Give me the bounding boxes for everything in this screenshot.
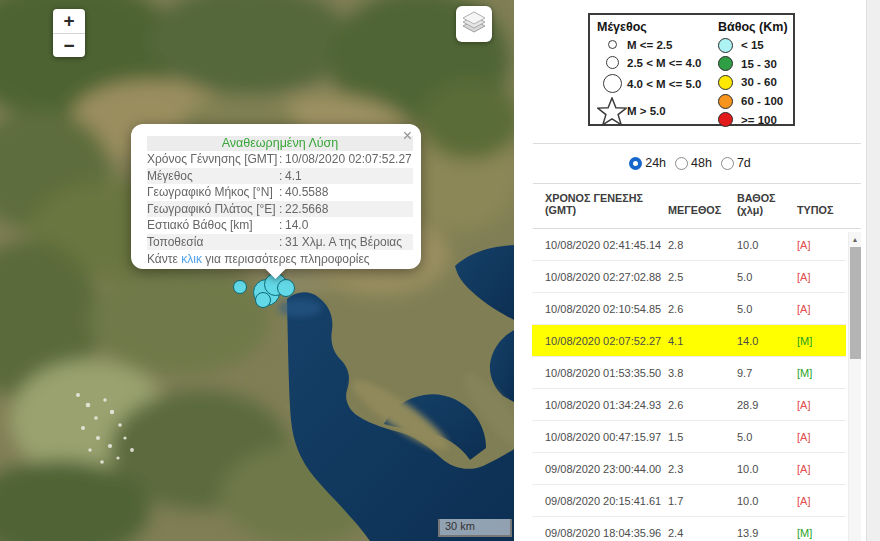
- popup-row: Τοποθεσία : 31 Χλμ. Α της Βέροιας: [147, 234, 413, 251]
- radio-48h[interactable]: [675, 157, 688, 170]
- zoom-out-button[interactable]: −: [53, 33, 85, 57]
- cell-datetime: 10/08/2020 02:07:52.27: [532, 335, 668, 347]
- earthquake-marker[interactable]: [277, 279, 295, 297]
- cell-depth: 5.0: [737, 271, 790, 283]
- earthquake-marker[interactable]: [255, 292, 271, 308]
- table-row[interactable]: 10/08/2020 01:34:24.93 2.6 28.9 [A]: [532, 389, 846, 421]
- table-row-selected[interactable]: 10/08/2020 02:07:52.27 4.1 14.0 [M]: [532, 325, 846, 357]
- column-header-depth: ΒΑΘΟΣ (χλμ): [737, 192, 790, 216]
- period-selector: 24h 48h 7d: [514, 152, 866, 174]
- table-row[interactable]: 10/08/2020 02:27:02.88 2.5 5.0 [A]: [532, 261, 846, 293]
- map-scale-bar: 30 km: [438, 519, 512, 537]
- magnitude-large-circle-icon: [597, 74, 627, 93]
- divider: [533, 143, 861, 144]
- table-row[interactable]: 09/08/2020 20:15:41.61 1.7 10.0 [A]: [532, 485, 846, 517]
- period-option-7d[interactable]: 7d: [721, 156, 751, 170]
- table-row[interactable]: 10/08/2020 00:47:15.97 1.5 5.0 [A]: [532, 421, 846, 453]
- table-row[interactable]: 10/08/2020 02:10:54.85 2.6 5.0 [A]: [532, 293, 846, 325]
- legend-item-label: 30 - 60: [741, 76, 777, 88]
- cell-type: [A]: [790, 463, 810, 475]
- cell-datetime: 09/08/2020 20:15:41.61: [532, 495, 668, 507]
- cell-depth: 9.7: [737, 367, 790, 379]
- period-label: 24h: [645, 156, 666, 170]
- cell-type: [A]: [790, 399, 810, 411]
- scale-label: 30 km: [445, 520, 475, 532]
- browser-scrollbar[interactable]: [866, 0, 880, 541]
- table-row[interactable]: 10/08/2020 01:53:35.50 3.8 9.7 [M]: [532, 357, 846, 389]
- legend-item: < 15: [718, 36, 796, 55]
- cell-datetime: 09/08/2020 18:04:35.96: [532, 527, 668, 539]
- popup-field-value: 40.5588: [285, 184, 328, 201]
- legend-item: M > 5.0: [597, 95, 717, 127]
- layers-button[interactable]: [456, 6, 492, 42]
- popup-field-label: Γεωγραφικό Μήκος [°N]: [147, 184, 279, 201]
- period-option-24h[interactable]: 24h: [629, 156, 666, 170]
- table-row[interactable]: 09/08/2020 23:00:44.00 2.3 10.0 [A]: [532, 453, 846, 485]
- legend-item: 2.5 < M <= 4.0: [597, 53, 717, 72]
- cell-type: [A]: [790, 303, 810, 315]
- zoom-in-button[interactable]: +: [53, 9, 85, 33]
- map-canvas[interactable]: + − 30 km × Αναθεωρημένη Λύση: [0, 0, 514, 541]
- depth-color-dot: [718, 56, 733, 71]
- popup-field-value: 10/08/2020 02:07:52.27: [285, 151, 412, 168]
- magnitude-small-circle-icon: [597, 40, 627, 49]
- depth-color-dot: [718, 38, 733, 53]
- popup-field-value: 14.0: [285, 217, 308, 234]
- cell-depth: 14.0: [737, 335, 790, 347]
- cell-depth: 5.0: [737, 431, 790, 443]
- cell-datetime: 10/08/2020 02:41:45.14: [532, 239, 668, 251]
- magnitude-medium-circle-icon: [597, 56, 627, 69]
- popup-row: Μέγεθος : 4.1: [147, 168, 413, 185]
- table-row[interactable]: 09/08/2020 18:04:35.96 2.4 13.9 [M]: [532, 517, 846, 541]
- legend-depth-title: Βάθος (Km): [718, 18, 796, 36]
- popup-row: Γεωγραφικό Πλάτος [°E] : 22.5668: [147, 201, 413, 218]
- popup-row: Εστιακό Βάθος [km] : 14.0: [147, 217, 413, 234]
- cell-magnitude: 1.5: [668, 431, 737, 443]
- more-info-link[interactable]: κλικ: [181, 252, 202, 266]
- table-scrollbar[interactable]: ▲: [848, 232, 861, 541]
- magnitude-star-icon: [597, 97, 627, 126]
- cell-datetime: 10/08/2020 01:34:24.93: [532, 399, 668, 411]
- cell-magnitude: 2.5: [668, 271, 737, 283]
- cell-datetime: 09/08/2020 23:00:44.00: [532, 463, 668, 475]
- cell-type: [M]: [790, 527, 812, 539]
- earthquake-table: 10/08/2020 02:41:45.14 2.8 10.0 [A] 10/0…: [532, 229, 846, 541]
- earthquake-marker[interactable]: [233, 280, 247, 294]
- scroll-up-icon[interactable]: ▲: [849, 232, 861, 246]
- cell-datetime: 10/08/2020 00:47:15.97: [532, 431, 668, 443]
- popup-field-label: Χρόνος Γέννησης [GMT]: [147, 151, 279, 168]
- legend-item: >= 100: [718, 110, 796, 129]
- period-label: 48h: [691, 156, 712, 170]
- table-row[interactable]: 10/08/2020 02:41:45.14 2.8 10.0 [A]: [532, 229, 846, 261]
- legend-magnitude-title: Μέγεθος: [597, 18, 717, 36]
- popup-field-label: Εστιακό Βάθος [km]: [147, 217, 279, 234]
- cell-depth: 10.0: [737, 495, 790, 507]
- header-text: ΧΡΟΝΟΣ ΓΕΝΕΣΗΣ: [545, 192, 668, 204]
- popup-field-value: 31 Χλμ. Α της Βέροιας: [285, 234, 402, 251]
- popup-row: Γεωγραφικό Μήκος [°N] : 40.5588: [147, 184, 413, 201]
- cell-depth: 5.0: [737, 303, 790, 315]
- popup-field-value: 4.1: [285, 168, 302, 185]
- header-text: (GMT): [545, 204, 668, 216]
- radio-24h[interactable]: [629, 157, 642, 170]
- legend-item-label: < 15: [741, 39, 764, 51]
- period-label: 7d: [737, 156, 751, 170]
- cell-magnitude: 2.4: [668, 527, 737, 539]
- cell-magnitude: 2.3: [668, 463, 737, 475]
- cell-depth: 10.0: [737, 463, 790, 475]
- legend-item-label: 15 - 30: [741, 58, 777, 70]
- table-scrollbar-thumb[interactable]: [850, 247, 861, 359]
- cell-type: [M]: [790, 367, 812, 379]
- app-root: + − 30 km × Αναθεωρημένη Λύση: [0, 0, 880, 541]
- cell-datetime: 10/08/2020 02:27:02.88: [532, 271, 668, 283]
- cell-magnitude: 1.7: [668, 495, 737, 507]
- popup-field-label: Τοποθεσία: [147, 234, 279, 251]
- cell-magnitude: 2.8: [668, 239, 737, 251]
- radio-7d[interactable]: [721, 157, 734, 170]
- period-option-48h[interactable]: 48h: [675, 156, 712, 170]
- table-header: ΧΡΟΝΟΣ ΓΕΝΕΣΗΣ (GMT) ΜΕΓΕΘΟΣ ΒΑΘΟΣ (χλμ)…: [545, 192, 859, 216]
- popup-field-label: Μέγεθος: [147, 168, 279, 185]
- close-icon[interactable]: ×: [403, 128, 412, 144]
- side-panel: Μέγεθος M <= 2.5 2.5 < M <= 4.0 4.0 < M …: [514, 0, 866, 541]
- cell-magnitude: 3.8: [668, 367, 737, 379]
